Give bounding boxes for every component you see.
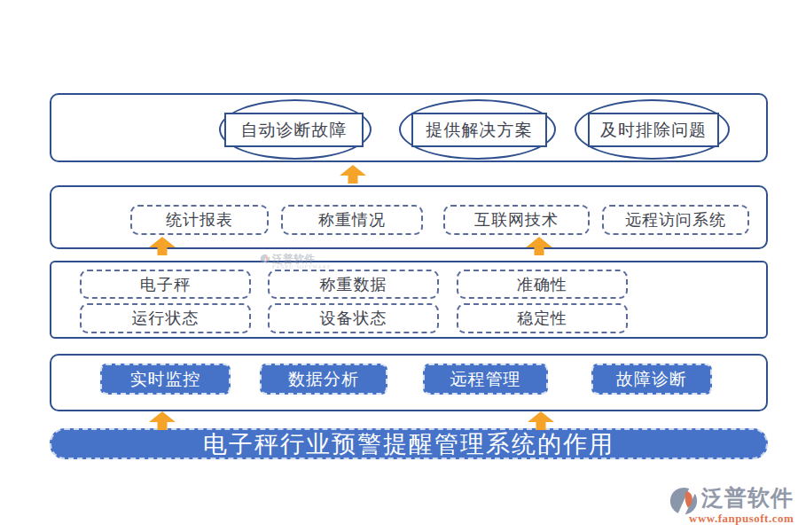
factor-label: 设备状态 [320, 308, 387, 329]
capability-node-weighing-status: 称重情况 [281, 205, 423, 235]
outcome-node-timely-fix: 及时排除问题 [588, 113, 719, 147]
capability-node-internet-tech: 互联网技术 [443, 205, 590, 235]
function-node-remote-manage: 远程管理 [423, 364, 548, 395]
capability-node-report: 统计报表 [130, 205, 269, 235]
outcome-node-auto-diagnose: 自动诊断故障 [224, 113, 364, 147]
up-arrow-icon [525, 237, 553, 255]
logo-company-name: 泛普软件 [701, 486, 794, 511]
function-label: 实时监控 [130, 368, 201, 391]
factor-label: 准确性 [517, 274, 567, 295]
factor-node-scale: 电子秤 [80, 270, 251, 299]
up-arrow-icon [339, 165, 367, 184]
up-arrow-icon [148, 411, 176, 430]
outcome-label: 及时排除问题 [600, 119, 707, 142]
fanpu-logo: 泛普软件 www.fanpusoft.com [669, 486, 794, 526]
capability-label: 互联网技术 [474, 209, 559, 231]
title-banner: 电子秤行业预警提醒管理系统的作用 [50, 428, 768, 459]
factor-node-device-status: 设备状态 [268, 303, 439, 333]
outcome-node-provide-solution: 提供解决方案 [411, 113, 547, 147]
outcome-label: 提供解决方案 [426, 119, 533, 142]
capability-label: 远程访问系统 [625, 209, 726, 231]
function-node-realtime-monitor: 实时监控 [100, 364, 231, 395]
factor-label: 电子秤 [140, 274, 191, 295]
capability-label: 统计报表 [166, 209, 233, 231]
factor-label: 称重数据 [320, 274, 387, 295]
capability-node-remote-access: 远程访问系统 [602, 205, 749, 235]
logo-website-url: www.fanpusoft.com [689, 512, 794, 526]
function-label: 数据分析 [288, 368, 359, 391]
factor-node-running-status: 运行状态 [80, 303, 251, 333]
capability-label: 称重情况 [318, 209, 386, 231]
function-label: 故障诊断 [616, 368, 687, 391]
diagram-page: 自动诊断故障 提供解决方案 及时排除问题 统计报表 称重情况 互联网技术 远程访… [0, 0, 798, 532]
factor-label: 运行状态 [132, 308, 200, 329]
function-node-fault-diagnose: 故障诊断 [591, 364, 712, 395]
up-arrow-icon [527, 411, 555, 430]
function-node-data-analysis: 数据分析 [260, 364, 387, 395]
up-arrow-icon [148, 237, 176, 255]
watermark: 泛普软件 FANPU SOFTWARE [260, 254, 331, 270]
factor-label: 稳定性 [517, 308, 567, 329]
watermark-subtext: FANPU SOFTWARE [272, 264, 331, 270]
watermark-label: 泛普软件 [272, 254, 315, 264]
factor-node-stability: 稳定性 [457, 303, 628, 333]
outcome-label: 自动诊断故障 [241, 119, 348, 142]
factor-node-accuracy: 准确性 [457, 270, 628, 299]
factor-node-weigh-data: 称重数据 [268, 270, 439, 299]
page-title: 电子秤行业预警提醒管理系统的作用 [203, 428, 614, 460]
watermark-logo-icon [260, 254, 270, 264]
function-label: 远程管理 [450, 368, 521, 391]
